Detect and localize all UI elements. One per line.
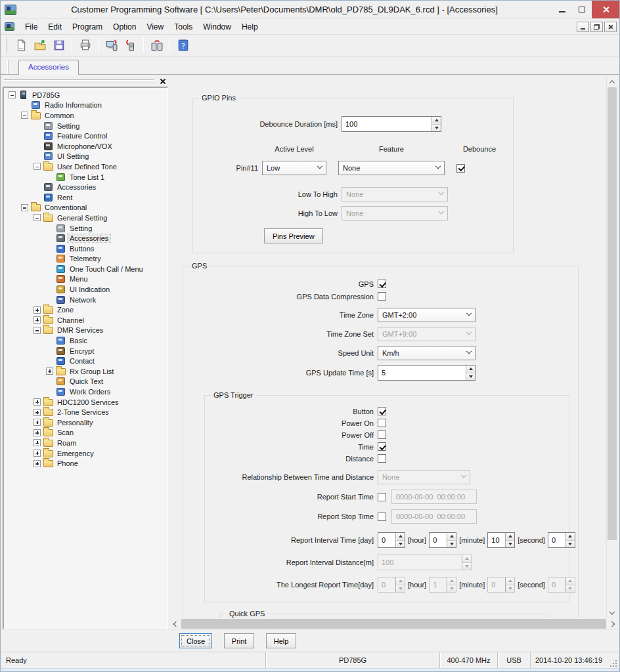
tree-item-conventional[interactable]: Conventional <box>3 203 167 213</box>
tree-item-hdc1200-services[interactable]: HDC1200 Services <box>3 397 167 408</box>
mdi-restore-button[interactable] <box>590 22 603 32</box>
mdi-minimize-button[interactable] <box>577 22 589 32</box>
gps-checkbox[interactable] <box>378 280 386 288</box>
spin-down-button[interactable] <box>466 373 475 381</box>
help-button[interactable]: ? <box>174 37 192 54</box>
tree-item-user-defined-tone[interactable]: User Defined Tone <box>3 161 167 172</box>
resize-grip[interactable] <box>607 652 619 668</box>
tree-item-dmr-services[interactable]: DMR Services <box>3 326 167 336</box>
tree-item-accessories[interactable]: Accessories <box>3 182 167 192</box>
report-interval-distance-input[interactable] <box>378 555 472 570</box>
gps-data-compression-checkbox[interactable] <box>378 292 386 301</box>
spin-up-button[interactable] <box>466 366 475 373</box>
mdi-close-button[interactable] <box>604 22 617 32</box>
interval-minute-input[interactable] <box>487 532 515 548</box>
tree-item-phone[interactable]: Phone <box>3 458 167 469</box>
tree-item-scan[interactable]: Scan <box>3 428 167 438</box>
tree-item-setting[interactable]: Setting <box>3 121 167 131</box>
menu-item-help[interactable]: Help <box>236 20 263 33</box>
toolbar-grip[interactable] <box>5 37 7 53</box>
menu-item-window[interactable]: Window <box>198 20 236 33</box>
tree-item-accessories[interactable]: Accessories <box>3 233 167 243</box>
tree-item-ui-setting[interactable]: UI Setting <box>3 152 167 162</box>
tree-item-ui-indication[interactable]: UI Indication <box>3 284 167 295</box>
time-zone-select[interactable]: GMT+2:00 <box>378 308 476 322</box>
tree-item-pd785g[interactable]: PD785G <box>3 90 167 100</box>
interval-second-input[interactable] <box>548 532 575 548</box>
pins-preview-button[interactable]: Pins Preview <box>264 228 323 243</box>
gps-update-time-value[interactable] <box>378 366 466 380</box>
tab-accessories[interactable]: Accessories <box>18 60 79 75</box>
pin11-feature-select[interactable]: None <box>338 161 445 175</box>
print-button[interactable]: Print <box>224 633 254 648</box>
collapse-icon[interactable] <box>9 91 16 98</box>
menu-item-view[interactable]: View <box>141 20 169 33</box>
scroll-up-button[interactable] <box>607 76 617 87</box>
tree-item-basic[interactable]: Basic <box>3 335 167 346</box>
tree-item-menu[interactable]: Menu <box>3 274 167 285</box>
tree-item-rent[interactable]: Rent <box>3 192 167 203</box>
collapse-icon[interactable] <box>33 163 41 170</box>
vertical-scroll-thumb[interactable] <box>608 87 617 540</box>
scroll-left-button[interactable] <box>170 618 181 629</box>
tree-item-feature-control[interactable]: Feature Control <box>3 131 167 141</box>
tree-item-contact[interactable]: Contact <box>3 356 167 366</box>
expand-icon[interactable] <box>33 419 41 426</box>
high-to-low-select[interactable]: None <box>342 206 448 220</box>
pin11-debounce-checkbox[interactable] <box>456 164 465 173</box>
horizontal-scroll-thumb[interactable] <box>181 619 606 629</box>
menu-item-edit[interactable]: Edit <box>43 20 67 33</box>
tree-item-radio-information[interactable]: Radio Information <box>3 100 167 111</box>
tree-item-microphone-vox[interactable]: Microphone/VOX <box>3 141 167 152</box>
read-from-radio-button[interactable] <box>102 37 120 54</box>
tree-item-roam[interactable]: Roam <box>3 438 167 448</box>
tree-item-common[interactable]: Common <box>3 110 167 121</box>
collapse-icon[interactable] <box>21 204 28 211</box>
expand-icon[interactable] <box>33 460 41 467</box>
report-start-time-checkbox[interactable] <box>378 493 386 501</box>
trigger-time-checkbox[interactable] <box>378 442 386 451</box>
tree-item-telemetry[interactable]: Telemetry <box>3 254 167 264</box>
close-button[interactable]: Close <box>179 633 212 648</box>
interval-hour-input[interactable] <box>429 532 456 548</box>
menu-item-option[interactable]: Option <box>108 20 141 33</box>
longest-day-input[interactable] <box>378 577 405 593</box>
tree-item-general-setting[interactable]: General Setting <box>3 213 167 223</box>
menu-item-tools[interactable]: Tools <box>169 20 198 33</box>
pin11-active-level-select[interactable]: Low <box>262 161 326 175</box>
speed-unit-select[interactable]: Km/h <box>378 346 476 360</box>
tree-item-setting[interactable]: Setting <box>3 223 167 234</box>
debounce-duration-value[interactable] <box>342 117 432 131</box>
tree-item-rx-group-list[interactable]: Rx Group List <box>3 366 167 377</box>
expand-icon[interactable] <box>33 429 41 436</box>
window-maximize-button[interactable] <box>572 1 592 18</box>
horizontal-scrollbar[interactable] <box>170 618 617 629</box>
expand-icon[interactable] <box>46 368 53 375</box>
expand-icon[interactable] <box>33 409 41 416</box>
write-to-radio-button[interactable] <box>122 37 139 54</box>
help-button[interactable]: Help <box>266 633 296 648</box>
report-stop-time-checkbox[interactable] <box>378 513 386 521</box>
tree-item-encrypt[interactable]: Encrypt <box>3 346 167 356</box>
power-off-checkbox[interactable] <box>378 430 386 439</box>
tree-item-work-orders[interactable]: Work Orders <box>3 387 167 397</box>
vertical-scrollbar[interactable] <box>606 76 617 618</box>
panel-grip[interactable] <box>4 79 154 83</box>
interval-day-input[interactable] <box>378 532 405 548</box>
tree-item-tone-list-1[interactable]: Tone List 1 <box>3 172 167 182</box>
trigger-distance-checkbox[interactable] <box>378 454 386 463</box>
spin-up-button[interactable] <box>432 117 441 125</box>
new-file-button[interactable] <box>12 37 30 54</box>
scroll-down-button[interactable] <box>607 607 617 618</box>
tabstrip-grip[interactable] <box>7 60 9 74</box>
debounce-duration-input[interactable] <box>342 116 441 132</box>
scroll-right-button[interactable] <box>606 618 617 629</box>
collapse-icon[interactable] <box>21 112 28 119</box>
panel-close-icon[interactable] <box>159 77 167 85</box>
expand-icon[interactable] <box>33 450 41 457</box>
power-on-checkbox[interactable] <box>378 419 386 427</box>
save-file-button[interactable] <box>50 37 68 54</box>
tree-item-personality[interactable]: Personality <box>3 417 167 428</box>
expand-icon[interactable] <box>33 398 41 406</box>
relationship-select[interactable]: None <box>378 470 470 484</box>
